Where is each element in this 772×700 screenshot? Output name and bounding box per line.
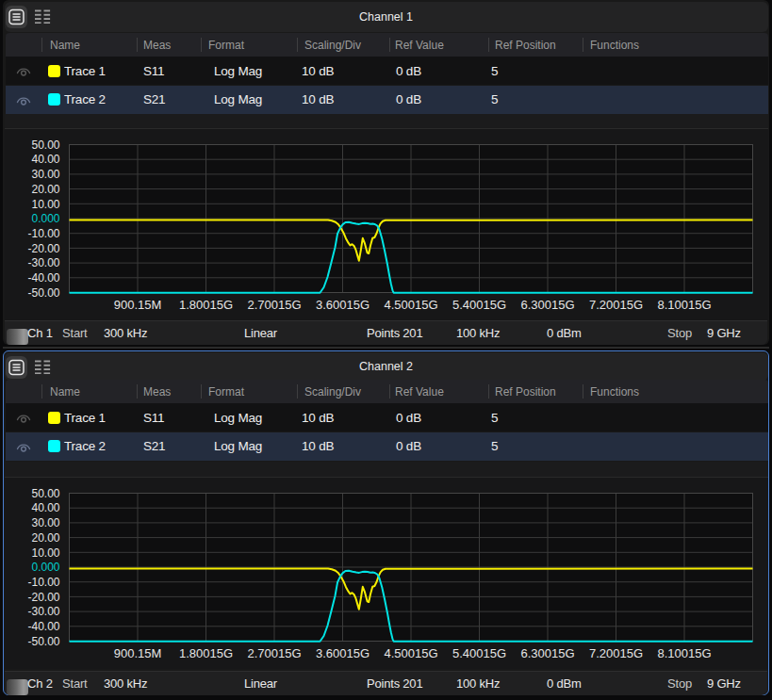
svg-text:-40.00: -40.00 [27,271,59,285]
svg-text:20.00: 20.00 [31,183,59,196]
svg-text:30.00: 30.00 [31,516,59,529]
svg-text:40.00: 40.00 [31,501,59,514]
svg-text:40.00: 40.00 [31,153,59,166]
svg-text:30.00: 30.00 [31,168,59,181]
svg-text:1.80015G: 1.80015G [179,298,233,312]
svg-text:7.20015G: 7.20015G [589,646,643,660]
svg-text:7.20015G: 7.20015G [589,298,643,312]
svg-text:-40.00: -40.00 [27,620,59,633]
svg-text:-10.00: -10.00 [27,575,59,588]
svg-text:900.15M: 900.15M [114,646,162,660]
svg-text:1.80015G: 1.80015G [179,646,233,660]
svg-text:10.00: 10.00 [31,545,59,559]
svg-text:6.30015G: 6.30015G [520,298,574,312]
svg-text:-10.00: -10.00 [27,227,59,240]
svg-text:5.40015G: 5.40015G [452,646,506,660]
svg-text:10.00: 10.00 [31,198,59,211]
svg-text:50.00: 50.00 [31,486,59,499]
svg-text:-50.00: -50.00 [27,634,59,647]
svg-text:0.000: 0.000 [31,561,59,574]
svg-text:3.60015G: 3.60015G [316,646,370,660]
svg-text:3.60015G: 3.60015G [316,298,370,312]
svg-text:-30.00: -30.00 [27,605,59,618]
svg-text:-20.00: -20.00 [27,242,59,255]
svg-text:2.70015G: 2.70015G [247,298,301,312]
svg-text:5.40015G: 5.40015G [452,298,506,312]
svg-text:4.50015G: 4.50015G [384,646,437,660]
svg-text:-30.00: -30.00 [27,256,59,269]
svg-text:-50.00: -50.00 [27,286,59,300]
svg-text:20.00: 20.00 [31,530,59,544]
svg-text:2.70015G: 2.70015G [247,646,301,660]
svg-text:0.000: 0.000 [31,212,59,225]
svg-text:8.10015G: 8.10015G [657,298,711,312]
svg-text:50.00: 50.00 [31,138,59,152]
svg-text:8.10015G: 8.10015G [657,646,711,660]
svg-text:6.30015G: 6.30015G [520,646,574,660]
svg-text:900.15M: 900.15M [114,298,162,312]
svg-text:4.50015G: 4.50015G [384,298,437,312]
svg-text:-20.00: -20.00 [27,590,59,603]
